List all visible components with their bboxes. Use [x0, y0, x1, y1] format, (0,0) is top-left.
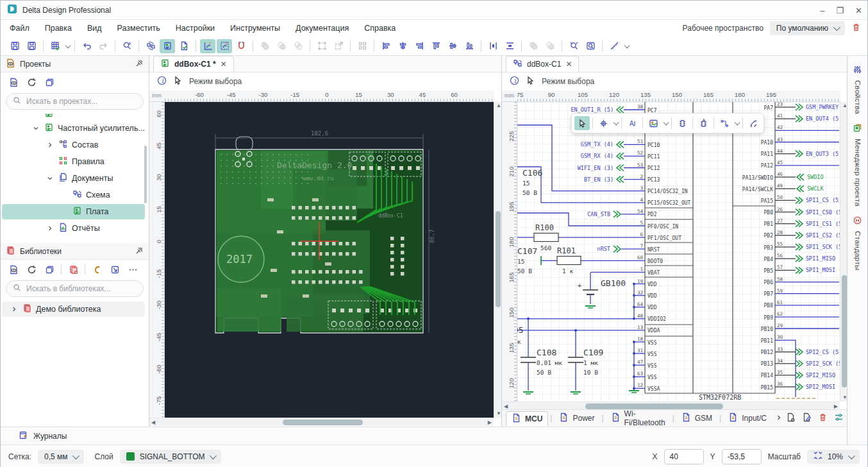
menu-item-7[interactable]: Документация [296, 24, 349, 33]
component-ref[interactable]: C109 [583, 348, 603, 357]
expand-icon[interactable] [46, 224, 54, 233]
import-library-button[interactable] [107, 262, 122, 276]
menu-item-6[interactable]: Инструменты [230, 24, 280, 33]
align-center-h-button[interactable] [445, 39, 460, 53]
route-length-area-button[interactable]: ? [217, 39, 232, 53]
delete-workspace-button[interactable] [851, 22, 861, 34]
zoom-fit-icon[interactable] [814, 451, 822, 462]
bool-union-button[interactable] [257, 39, 272, 53]
measure-tool[interactable] [746, 116, 761, 130]
pcb-canvas[interactable]: 102,686,72017DeltaDesign 2.0www.dd.ruddB… [165, 102, 494, 418]
projects-search-input[interactable]: Искать в проектах... [6, 93, 144, 110]
distribute-h-button[interactable] [485, 39, 501, 53]
undo-button[interactable] [79, 39, 94, 53]
net-label[interactable]: SPI2_SCK (5) [806, 361, 840, 367]
preview-doc-button[interactable] [6, 75, 21, 89]
align-top-button[interactable] [428, 39, 444, 53]
net-label[interactable]: BT_EN (3) [584, 176, 613, 183]
measure-button[interactable] [606, 39, 622, 53]
sheet-filter-button[interactable] [834, 412, 844, 424]
close-tab-icon[interactable]: ✕ [565, 60, 572, 69]
route-length-button[interactable]: ? [200, 39, 215, 53]
minimize-button[interactable]: – [820, 6, 824, 15]
panel-tab-менеджер-проекта[interactable]: Менеджер проекта [847, 123, 867, 207]
open-schematic-button[interactable] [143, 39, 158, 53]
sheet-tab-wi-fi-bluetooth[interactable]: Wi-Fi/Bluetooth [606, 411, 671, 426]
schematic-canvas[interactable]: STM32F072RB38PC7EN_OUT1_R (5)51PC10GSM_T… [517, 102, 840, 402]
add-sheet-button[interactable] [786, 412, 796, 424]
info-icon[interactable]: i [510, 76, 519, 87]
net-label[interactable]: GSM_TX (4) [581, 141, 613, 148]
bool-intersect-button[interactable] [290, 39, 306, 53]
component-ref[interactable]: C108 [537, 348, 556, 357]
close-tab-icon[interactable]: ✕ [221, 60, 227, 69]
info-icon[interactable]: i [157, 76, 167, 87]
save-button[interactable] [7, 39, 22, 53]
component-ref[interactable]: C106 [522, 168, 542, 178]
pcb-vscrollbar[interactable]: ▲ ▼ [494, 102, 501, 418]
transform-move-button[interactable] [331, 39, 346, 53]
sheet-tab-mcu[interactable]: MCU [506, 411, 548, 426]
workspace-select[interactable]: По умолчанию [770, 21, 845, 35]
grid-settings-button[interactable] [47, 39, 63, 53]
collapse-icon[interactable] [46, 174, 54, 183]
net-label[interactable]: SPI1_MOSI (5) [806, 267, 840, 273]
align-right-button[interactable] [412, 39, 427, 53]
journals-bar[interactable]: Журналы [1, 427, 847, 445]
sheet-tab-input-c[interactable]: Input/C [723, 411, 772, 426]
next-sheets-button[interactable] [776, 414, 782, 423]
chevron-down-icon[interactable] [64, 39, 71, 53]
libraries-search-input[interactable]: Искать в библиотеках... [6, 280, 144, 297]
chevron-down-icon[interactable] [733, 116, 740, 130]
panel-tab-свойства[interactable]: Свойства [847, 65, 867, 114]
net-label[interactable]: SWDIO [807, 174, 824, 180]
tree-item-отч-ты[interactable]: Отчёты [1, 220, 149, 237]
menu-item-5[interactable]: Настройки [176, 24, 215, 33]
scale-select[interactable]: 10% [807, 450, 860, 464]
net-label[interactable]: nRST [597, 246, 610, 252]
library-item[interactable]: Демо библиотека [1, 301, 149, 318]
zoom-selection-button[interactable] [566, 39, 581, 53]
sheet-tab-power[interactable]: Power [554, 411, 599, 426]
more-button[interactable] [125, 262, 140, 276]
pin-icon[interactable] [135, 59, 144, 69]
component-ref-tool[interactable]: № [696, 116, 711, 130]
tree-item-clipped[interactable] [1, 114, 149, 120]
sheet-tab-gsm[interactable]: GSM [676, 411, 717, 426]
pcb-document-tab[interactable]: ddBox-C1 * ✕ [153, 56, 234, 72]
pcb-hscrollbar[interactable]: ◀ ▶ [149, 418, 494, 426]
tree-item-схема[interactable]: Схема [1, 187, 149, 203]
attach-library-button[interactable] [89, 262, 104, 276]
net-label[interactable]: SPI1_CS1 (5) [806, 221, 840, 227]
expand-icon[interactable] [10, 305, 19, 314]
magnet-button[interactable] [233, 39, 249, 53]
net-label[interactable]: EN_OUT1_R (5) [571, 106, 613, 113]
tree-item-правила[interactable]: Правила [1, 153, 149, 170]
menu-item-2[interactable]: Правка [45, 24, 72, 33]
expand-icon[interactable] [46, 140, 54, 149]
chevron-down-icon[interactable] [662, 116, 669, 130]
find-settings-button[interactable] [119, 39, 135, 53]
open-board-button[interactable] [160, 39, 175, 53]
collapse-all-button[interactable] [42, 75, 57, 89]
tree-item-частотный-усилитель-[interactable]: Частотный усилитель... [1, 120, 149, 137]
grid-select[interactable]: 0,5 мм [38, 450, 85, 464]
bool-subtract-button[interactable] [274, 39, 289, 53]
preview-doc-button[interactable] [6, 262, 21, 276]
net-label[interactable]: WIFI_EN (3) [578, 165, 613, 171]
mask-shapes-button[interactable] [542, 39, 558, 53]
menu-item-4[interactable]: Разместить [117, 24, 160, 33]
image-tool[interactable] [646, 116, 661, 130]
redo-button[interactable] [96, 39, 111, 53]
chevron-down-icon[interactable] [612, 116, 619, 130]
delete-sheet-button[interactable] [818, 412, 828, 424]
menu-item-1[interactable]: Файл [10, 24, 29, 33]
collapse-all-button[interactable] [42, 262, 57, 276]
collapse-icon[interactable] [31, 124, 40, 133]
net-label[interactable]: EN_OUT3 (5) [806, 151, 840, 157]
tree-item-состав[interactable]: Состав [1, 137, 149, 153]
verify-document-button[interactable] [176, 39, 192, 53]
net-label[interactable]: GSM_PWRKEY [806, 104, 839, 110]
component-tool[interactable] [674, 116, 690, 130]
pin-icon[interactable] [135, 246, 144, 257]
